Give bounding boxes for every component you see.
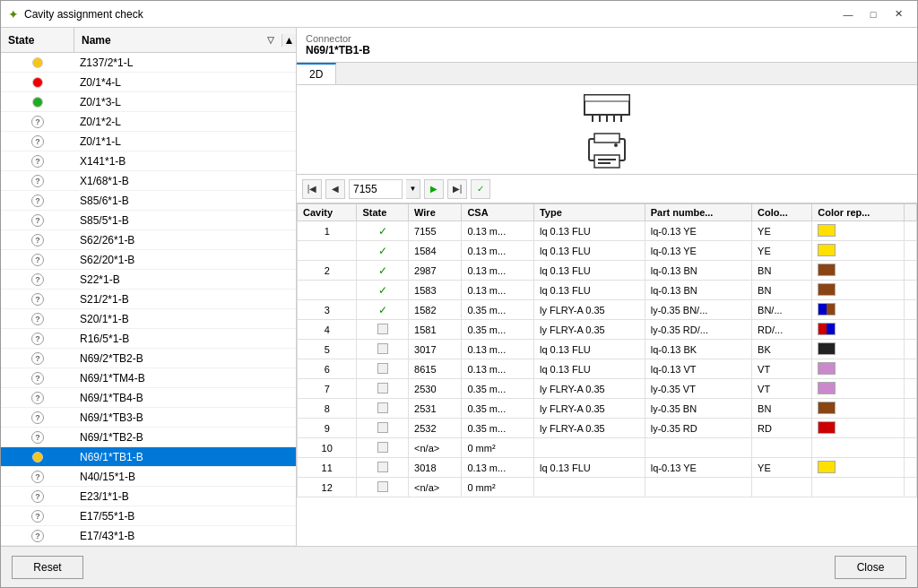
cell-color-rep	[812, 320, 905, 340]
table-row[interactable]: 1130180.13 m...lq 0.13 FLUlq-0.13 YEYE	[298, 458, 917, 478]
cell-state	[357, 399, 409, 419]
table-row[interactable]: 686150.13 m...lq 0.13 FLUlq-0.13 VTVT	[298, 359, 917, 379]
list-item[interactable]: ?N69/1*TM4-B	[1, 368, 296, 388]
list-item[interactable]: ?S20/1*1-B	[1, 309, 296, 329]
col-color: Colo...	[752, 204, 812, 221]
close-button[interactable]: Close	[835, 556, 906, 579]
table-row[interactable]: ✓15840.13 m...lq 0.13 FLUlq-0.13 YEYE	[298, 241, 917, 261]
cell-color-rep	[812, 340, 905, 359]
table-row[interactable]: 2✓29870.13 m...lq 0.13 FLUlq-0.13 BNBN	[298, 261, 917, 281]
wire-dropdown[interactable]: ▼	[406, 179, 420, 199]
list-item[interactable]: ?N69/2*TB2-B	[1, 349, 296, 368]
filter-icon[interactable]: ▽	[267, 35, 274, 45]
cell-color-rep	[812, 241, 905, 261]
cell-wire: 1582	[409, 300, 462, 320]
list-item-name: E23/1*1-B	[74, 490, 296, 503]
cell-cavity: 12	[298, 478, 357, 497]
list-item[interactable]: ?E17/43*1-B	[1, 526, 296, 546]
list-item[interactable]: ?S85/6*1-B	[1, 191, 296, 211]
list-item[interactable]: ?N40/15*1-B	[1, 467, 296, 487]
state-indicator	[1, 77, 74, 88]
cell-filler	[905, 221, 917, 241]
cell-csa: 0.13 m...	[462, 340, 534, 359]
list-item[interactable]: ?S85/5*1-B	[1, 211, 296, 230]
list-item[interactable]: ?N69/1*TB3-B	[1, 408, 296, 428]
list-item[interactable]: Z0/1*3-L	[1, 92, 296, 112]
list-item[interactable]: ?X1/68*1-B	[1, 171, 296, 191]
tab-2d[interactable]: 2D	[297, 63, 336, 84]
check-button[interactable]: ✓	[471, 179, 490, 199]
list-item[interactable]: ?S62/20*1-B	[1, 250, 296, 270]
list-item[interactable]: Z0/1*4-L	[1, 73, 296, 92]
close-window-button[interactable]: ✕	[887, 5, 910, 23]
svg-rect-1	[585, 95, 629, 101]
list-item[interactable]: ?X141*1-B	[1, 151, 296, 171]
table-row[interactable]: 725300.35 m...ly FLRY-A 0.35ly-0.35 VTVT	[298, 379, 917, 399]
connector-value: N69/1*TB1-B	[306, 44, 908, 56]
table-row[interactable]: 1✓71550.13 m...lq 0.13 FLUlq-0.13 YEYE	[298, 221, 917, 241]
nav-prev-button[interactable]: ◀	[325, 179, 345, 199]
cell-state	[357, 458, 409, 478]
data-table-wrapper[interactable]: Cavity State Wire CSA Type Part numbe...…	[297, 203, 917, 546]
cell-color-rep	[812, 478, 905, 497]
list-item[interactable]: ?N69/1*TB4-B	[1, 388, 296, 408]
list-item[interactable]: ?Z0/1*2-L	[1, 112, 296, 132]
cell-color-rep	[812, 281, 905, 300]
state-indicator: ?	[1, 510, 74, 523]
nav-next-button[interactable]: ▶	[424, 179, 444, 199]
cell-csa: 0 mm²	[462, 438, 534, 458]
list-item[interactable]: ?E17/55*1-B	[1, 506, 296, 526]
reset-button[interactable]: Reset	[12, 556, 83, 579]
table-row[interactable]: 825310.35 m...ly FLRY-A 0.35ly-0.35 BNBN	[298, 399, 917, 419]
table-row[interactable]: 925320.35 m...ly FLRY-A 0.35ly-0.35 RDRD	[298, 419, 917, 438]
list-item[interactable]: ?R16/5*1-B	[1, 329, 296, 349]
table-row[interactable]: 10<n/a>0 mm²	[298, 438, 917, 458]
list-item[interactable]: ?E23/1*1-B	[1, 487, 296, 506]
table-row[interactable]: 12<n/a>0 mm²	[298, 478, 917, 497]
left-list[interactable]: Z137/2*1-LZ0/1*4-LZ0/1*3-L?Z0/1*2-L?Z0/1…	[1, 53, 296, 546]
cell-part: ly-0.35 RD/...	[645, 320, 751, 340]
table-row[interactable]: 415810.35 m...ly FLRY-A 0.35ly-0.35 RD/.…	[298, 320, 917, 340]
list-item[interactable]: ?S21/2*1-B	[1, 290, 296, 309]
cell-csa: 0.13 m...	[462, 281, 534, 300]
state-indicator: ?	[1, 135, 74, 148]
cell-wire: 1584	[409, 241, 462, 261]
cell-color: RD/...	[752, 320, 812, 340]
minimize-button[interactable]: —	[836, 5, 860, 23]
cell-wire: 2531	[409, 399, 462, 419]
state-indicator: ?	[1, 214, 74, 227]
cell-state: ✓	[357, 241, 409, 261]
cell-wire: 2532	[409, 419, 462, 438]
cell-cavity: 8	[298, 399, 357, 419]
table-row[interactable]: ✓15830.13 m...lq 0.13 FLUlq-0.13 BNBN	[298, 281, 917, 300]
cell-csa: 0.13 m...	[462, 261, 534, 281]
cell-cavity: 11	[298, 458, 357, 478]
table-row[interactable]: 3✓15820.35 m...ly FLRY-A 0.35ly-0.35 BN/…	[298, 300, 917, 320]
cell-part: lq-0.13 YE	[645, 221, 751, 241]
list-item-name: S85/6*1-B	[74, 195, 296, 207]
cell-color	[752, 478, 812, 497]
list-item[interactable]: N69/1*TB1-B	[1, 447, 296, 467]
cell-type: lq 0.13 FLU	[533, 359, 645, 379]
list-item[interactable]: ?S62/26*1-B	[1, 230, 296, 250]
nav-last-button[interactable]: ▶|	[447, 179, 467, 199]
bottom-bar: Reset Close	[1, 546, 917, 587]
cell-csa: 0.35 m...	[462, 419, 534, 438]
cell-state: ✓	[357, 300, 409, 320]
state-indicator: ?	[1, 175, 74, 187]
scroll-up-btn[interactable]: ▲	[281, 34, 296, 47]
table-row[interactable]: 530170.13 m...lq 0.13 FLUlq-0.13 BKBK	[298, 340, 917, 359]
col-wire: Wire	[409, 204, 462, 221]
list-item[interactable]: ?S22*1-B	[1, 270, 296, 290]
cell-color-rep	[812, 359, 905, 379]
list-item[interactable]: ?N69/1*TB2-B	[1, 428, 296, 447]
list-item[interactable]: Z137/2*1-L	[1, 53, 296, 73]
state-indicator: ?	[1, 155, 74, 168]
wire-input[interactable]	[349, 179, 403, 199]
state-indicator: ?	[1, 372, 74, 385]
nav-first-button[interactable]: |◀	[302, 179, 322, 199]
cell-state	[357, 478, 409, 497]
maximize-button[interactable]: □	[862, 5, 885, 23]
list-item[interactable]: ?Z0/1*1-L	[1, 132, 296, 151]
scroll-col	[905, 204, 917, 221]
